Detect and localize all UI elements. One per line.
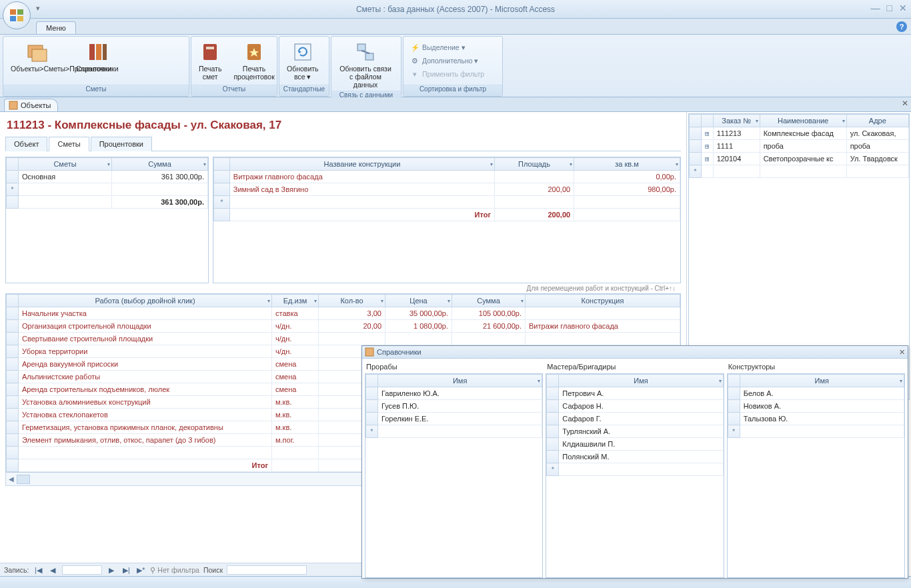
- svg-rect-0: [10, 9, 16, 15]
- form-icon: [365, 347, 374, 357]
- nav-new[interactable]: ▶*: [135, 565, 146, 575]
- svg-rect-13: [295, 44, 311, 60]
- popup-col-title: Прорабы: [365, 361, 543, 373]
- table-row[interactable]: Новиков А.: [728, 400, 904, 413]
- table-row[interactable]: Свертывание строительной площадкич/дн.: [7, 333, 680, 345]
- ribbon-group-label: Сортировка и фильтр: [403, 85, 502, 96]
- close-button[interactable]: ✕: [899, 3, 907, 13]
- office-button[interactable]: [3, 1, 31, 29]
- table-row[interactable]: Полянский М.: [547, 451, 723, 463]
- nav-search-input[interactable]: [227, 565, 307, 575]
- svg-rect-18: [365, 348, 373, 356]
- ribbon-button-update-links[interactable]: Обновить связи с файлом данных: [335, 39, 395, 91]
- table-row[interactable]: Сафаров Г.: [547, 413, 723, 425]
- popup-list[interactable]: Имя▾Петрович А.Сафаров Н.Сафаров Г.Турля…: [546, 373, 724, 578]
- subtab-smety[interactable]: Сметы: [49, 137, 89, 151]
- table-row[interactable]: Сафаров Н.: [547, 400, 723, 413]
- table-row[interactable]: Гусев П.Ю.: [366, 400, 542, 413]
- nav-nofilter[interactable]: ⚲ Нет фильтра: [150, 566, 199, 574]
- doc-tab-close[interactable]: ✕: [902, 99, 908, 108]
- ribbon-button-print-smet[interactable]: Печать смет: [195, 39, 225, 83]
- nav-prev[interactable]: ◀: [47, 565, 58, 575]
- table-row[interactable]: Турлянский А.: [547, 425, 723, 438]
- table-row[interactable]: Зимний сад в Звягино 200,00 980,00р.: [214, 183, 680, 196]
- funnel-lightning-icon: ⚡: [410, 43, 419, 52]
- maximize-button[interactable]: □: [887, 3, 892, 13]
- book-star-icon: [243, 41, 265, 63]
- nav-first[interactable]: |◀: [33, 565, 43, 575]
- table-row[interactable]: ⊞120104Светопрозрачные ксУл. Твардовск: [690, 153, 909, 165]
- keyboard-hint: Для перемещения работ и конструкций - Ct…: [0, 283, 686, 293]
- page-title: 111213 - Комплексные фасады - ул. Скаков…: [0, 112, 686, 136]
- ribbon-button-print-proc[interactable]: Печать процентовок: [230, 39, 277, 83]
- link-icon: [355, 41, 376, 63]
- constructions-grid[interactable]: Название конструкции▾ Площадь▾ за кв.м▾ …: [213, 157, 681, 283]
- doc-tab-objects[interactable]: Объекты: [4, 99, 58, 111]
- popup-col-title: Конструкторы: [727, 361, 905, 373]
- svg-rect-3: [17, 16, 23, 21]
- window-title: Сметы : база данных (Access 2007) - Micr…: [356, 5, 555, 14]
- ribbon: Объекты>Сметы>Процентовки Справочники См…: [0, 35, 911, 97]
- table-row[interactable]: Горелкин Е.Е.: [366, 413, 542, 425]
- svg-rect-1: [17, 9, 23, 15]
- table-row[interactable]: Основная 361 300,00р.: [7, 171, 208, 183]
- ribbon-applyfilter-btn[interactable]: ▾Применить фильтр: [407, 67, 487, 81]
- popup-list[interactable]: Имя▾Белов А.Новиков А.Талызова Ю.*: [727, 373, 905, 578]
- nav-next[interactable]: ▶: [106, 565, 117, 575]
- svg-rect-9: [203, 44, 217, 60]
- ribbon-extra-btn[interactable]: ⚙Дополнительно ▾: [407, 54, 482, 67]
- svg-rect-8: [103, 44, 107, 60]
- table-row[interactable]: Организация строительной площадкич/дн.20…: [7, 320, 680, 333]
- ribbon-tab-menu[interactable]: Меню: [36, 21, 76, 34]
- nav-position-input[interactable]: [62, 565, 102, 575]
- minimize-button[interactable]: —: [871, 3, 880, 13]
- table-icon: [27, 41, 48, 63]
- qat-dropdown-icon[interactable]: ▾: [36, 4, 47, 15]
- subtab-procentovki[interactable]: Процентовки: [91, 137, 152, 151]
- subtab-object[interactable]: Объект: [5, 137, 47, 151]
- ribbon-button-sprav[interactable]: Справочники: [73, 39, 122, 75]
- svg-rect-5: [32, 49, 47, 61]
- books-icon: [87, 41, 108, 63]
- table-row[interactable]: Гавриленко Ю.А.: [366, 387, 542, 400]
- svg-rect-17: [9, 101, 17, 109]
- svg-rect-2: [10, 16, 16, 21]
- scroll-left-icon[interactable]: ◀: [6, 475, 17, 483]
- new-row[interactable]: *: [214, 196, 680, 209]
- table-row[interactable]: Витражи главного фасада 0,00р.: [214, 171, 680, 183]
- ribbon-group-label: Стандартные: [279, 85, 329, 96]
- svg-rect-15: [357, 44, 365, 51]
- table-row[interactable]: Талызова Ю.: [728, 413, 904, 425]
- svg-rect-16: [365, 53, 373, 60]
- table-row[interactable]: Начальник участкаставка3,0035 000,00р.10…: [7, 307, 680, 320]
- svg-rect-10: [206, 47, 214, 49]
- ribbon-button-refresh-all[interactable]: Обновить все ▾: [283, 39, 322, 83]
- new-row[interactable]: *: [728, 425, 904, 438]
- table-row[interactable]: Петрович А.: [547, 387, 723, 400]
- new-row[interactable]: *: [547, 463, 723, 476]
- ribbon-group-label: Сметы: [3, 85, 189, 96]
- ribbon-group-label: Отчеты: [191, 85, 277, 96]
- smeta-grid[interactable]: Сметы▾ Сумма▾ Основная 361 300,00р. * 36…: [5, 157, 209, 283]
- new-row[interactable]: *: [7, 183, 208, 196]
- popup-title: Справочники: [377, 348, 421, 356]
- nav-search-label: Поиск: [203, 566, 223, 574]
- table-row[interactable]: ⊞1111пробапроба: [690, 140, 909, 153]
- total-row: 361 300,00р.: [7, 196, 208, 209]
- new-row[interactable]: *: [366, 425, 542, 438]
- nav-last[interactable]: ▶|: [121, 565, 131, 575]
- ribbon-button-objects[interactable]: Объекты>Сметы>Процентовки: [7, 39, 67, 75]
- office-logo-icon: [9, 7, 25, 23]
- table-row[interactable]: ⊞111213Комплексные фасадул. Скаковая,: [690, 127, 909, 140]
- help-button[interactable]: ?: [896, 21, 907, 32]
- ribbon-selection-btn[interactable]: ⚡Выделение ▾: [407, 41, 468, 54]
- svg-rect-7: [96, 44, 101, 60]
- funnel-icon: ▾: [410, 69, 419, 79]
- table-row[interactable]: Клдиашвили П.: [547, 438, 723, 451]
- refresh-icon: [292, 41, 313, 63]
- popup-list[interactable]: Имя▾Гавриленко Ю.А.Гусев П.Ю.Горелкин Е.…: [365, 373, 543, 578]
- scroll-thumb[interactable]: [17, 475, 30, 484]
- table-row[interactable]: Белов А.: [728, 387, 904, 400]
- book-red-icon: [199, 41, 221, 63]
- popup-close-button[interactable]: ✕: [899, 348, 905, 357]
